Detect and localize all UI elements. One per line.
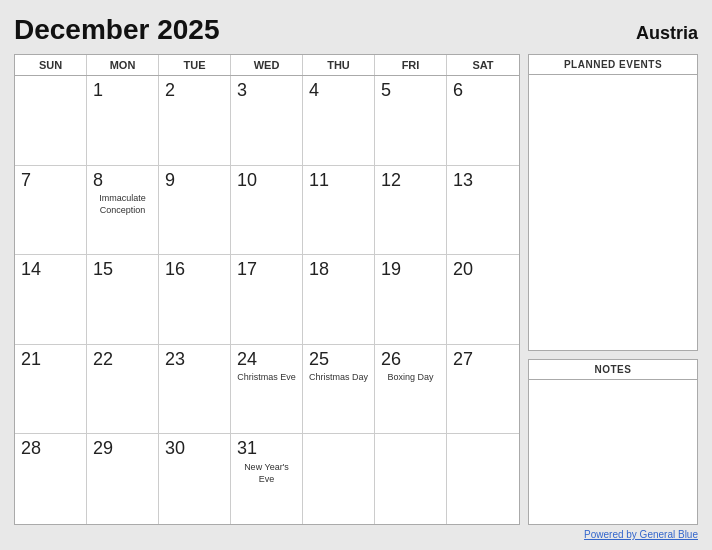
day-number: 27 bbox=[453, 349, 473, 371]
day-header: TUE bbox=[159, 55, 231, 75]
day-cell: 12 bbox=[375, 166, 447, 256]
planned-events-box: PLANNED EVENTS bbox=[528, 54, 698, 351]
day-number: 23 bbox=[165, 349, 185, 371]
day-number: 5 bbox=[381, 80, 391, 102]
day-number: 2 bbox=[165, 80, 175, 102]
day-cell: 26Boxing Day bbox=[375, 345, 447, 435]
day-number: 3 bbox=[237, 80, 247, 102]
day-number: 1 bbox=[93, 80, 103, 102]
day-number: 30 bbox=[165, 438, 185, 460]
day-cell: 13 bbox=[447, 166, 519, 256]
day-number: 31 bbox=[237, 438, 257, 460]
page-title: December 2025 bbox=[14, 14, 219, 46]
day-cell: 23 bbox=[159, 345, 231, 435]
day-cell: 4 bbox=[303, 76, 375, 166]
day-cell: 24Christmas Eve bbox=[231, 345, 303, 435]
day-cell: 10 bbox=[231, 166, 303, 256]
notes-box: NOTES bbox=[528, 359, 698, 525]
day-headers: SUNMONTUEWEDTHUFRISAT bbox=[15, 55, 519, 76]
day-number: 13 bbox=[453, 170, 473, 192]
day-cell: 29 bbox=[87, 434, 159, 524]
day-number: 21 bbox=[21, 349, 41, 371]
main-content: SUNMONTUEWEDTHUFRISAT 12345678Immaculate… bbox=[14, 54, 698, 525]
day-number: 9 bbox=[165, 170, 175, 192]
calendar-grid: 12345678Immaculate Conception91011121314… bbox=[15, 76, 519, 524]
day-cell: 11 bbox=[303, 166, 375, 256]
day-number: 8 bbox=[93, 170, 103, 192]
day-cell bbox=[375, 434, 447, 524]
day-cell bbox=[447, 434, 519, 524]
day-number: 29 bbox=[93, 438, 113, 460]
event-label: Christmas Eve bbox=[237, 372, 296, 384]
day-cell: 30 bbox=[159, 434, 231, 524]
day-number: 24 bbox=[237, 349, 257, 371]
day-number: 25 bbox=[309, 349, 329, 371]
day-header: SAT bbox=[447, 55, 519, 75]
day-cell: 18 bbox=[303, 255, 375, 345]
day-cell: 14 bbox=[15, 255, 87, 345]
calendar-page: December 2025 Austria SUNMONTUEWEDTHUFRI… bbox=[0, 0, 712, 550]
event-label: Christmas Day bbox=[309, 372, 368, 384]
day-cell: 8Immaculate Conception bbox=[87, 166, 159, 256]
planned-events-title: PLANNED EVENTS bbox=[529, 55, 697, 75]
day-number: 22 bbox=[93, 349, 113, 371]
planned-events-content bbox=[529, 75, 697, 350]
calendar-area: SUNMONTUEWEDTHUFRISAT 12345678Immaculate… bbox=[14, 54, 520, 525]
day-cell: 20 bbox=[447, 255, 519, 345]
day-number: 16 bbox=[165, 259, 185, 281]
day-header: SUN bbox=[15, 55, 87, 75]
day-cell bbox=[303, 434, 375, 524]
day-number: 20 bbox=[453, 259, 473, 281]
day-number: 18 bbox=[309, 259, 329, 281]
day-number: 19 bbox=[381, 259, 401, 281]
day-cell: 31New Year's Eve bbox=[231, 434, 303, 524]
event-label: Immaculate Conception bbox=[93, 193, 152, 216]
day-header: THU bbox=[303, 55, 375, 75]
day-number: 26 bbox=[381, 349, 401, 371]
day-number: 17 bbox=[237, 259, 257, 281]
day-number: 14 bbox=[21, 259, 41, 281]
footer-link[interactable]: Powered by General Blue bbox=[584, 529, 698, 540]
day-cell: 27 bbox=[447, 345, 519, 435]
notes-title: NOTES bbox=[529, 360, 697, 380]
day-number: 15 bbox=[93, 259, 113, 281]
day-cell: 21 bbox=[15, 345, 87, 435]
day-cell: 7 bbox=[15, 166, 87, 256]
day-number: 12 bbox=[381, 170, 401, 192]
footer: Powered by General Blue bbox=[14, 529, 698, 540]
day-number: 10 bbox=[237, 170, 257, 192]
day-number: 4 bbox=[309, 80, 319, 102]
header: December 2025 Austria bbox=[14, 14, 698, 46]
event-label: New Year's Eve bbox=[237, 462, 296, 485]
day-number: 6 bbox=[453, 80, 463, 102]
event-label: Boxing Day bbox=[381, 372, 440, 384]
day-cell: 22 bbox=[87, 345, 159, 435]
notes-content bbox=[529, 380, 697, 524]
day-cell: 6 bbox=[447, 76, 519, 166]
day-cell bbox=[15, 76, 87, 166]
day-cell: 19 bbox=[375, 255, 447, 345]
day-cell: 5 bbox=[375, 76, 447, 166]
sidebar: PLANNED EVENTS NOTES bbox=[528, 54, 698, 525]
country-label: Austria bbox=[636, 23, 698, 44]
day-cell: 16 bbox=[159, 255, 231, 345]
day-cell: 9 bbox=[159, 166, 231, 256]
day-cell: 2 bbox=[159, 76, 231, 166]
day-cell: 1 bbox=[87, 76, 159, 166]
day-header: WED bbox=[231, 55, 303, 75]
day-header: FRI bbox=[375, 55, 447, 75]
day-cell: 15 bbox=[87, 255, 159, 345]
day-cell: 3 bbox=[231, 76, 303, 166]
day-number: 11 bbox=[309, 170, 329, 192]
day-cell: 25Christmas Day bbox=[303, 345, 375, 435]
day-cell: 28 bbox=[15, 434, 87, 524]
day-header: MON bbox=[87, 55, 159, 75]
day-number: 28 bbox=[21, 438, 41, 460]
day-number: 7 bbox=[21, 170, 31, 192]
day-cell: 17 bbox=[231, 255, 303, 345]
